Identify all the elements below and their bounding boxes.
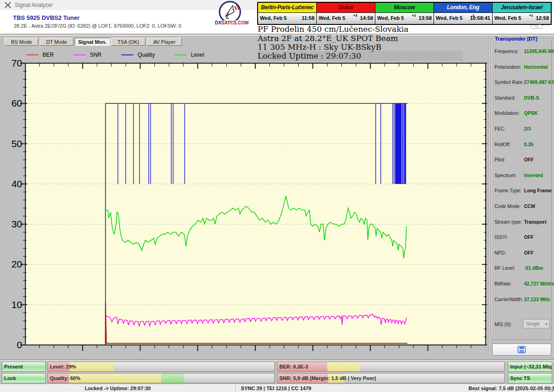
- transponder-label: Spectrum:: [494, 172, 517, 178]
- meter-label: SNR: 5,9 dB (Margin: 1,5 dB | Very Poor): [279, 375, 376, 381]
- level-legend-label: Level: [191, 52, 204, 58]
- y-axis-label-10: 10: [4, 299, 22, 310]
- world-clock-bar: Berlin-Paris-LučenecWed, Feb 511:58Dubai…: [257, 2, 552, 25]
- meter-label: Sync TS: [510, 375, 530, 381]
- antenna-info: PF Prodelin 450 cm/Lučenec-Slovakia: [258, 24, 409, 34]
- transponder-value: OFF: [524, 157, 534, 162]
- clock-date: Wed, Feb 5: [377, 15, 404, 21]
- transponder-value: Long Frame: [524, 188, 552, 193]
- clock-time: 12:58: [536, 15, 549, 21]
- snr-meter: SNR: 5,9 dB (Margin: 1,5 dB | Very Poor): [277, 373, 505, 383]
- transponder-row-fec: FEC:2/3: [494, 126, 550, 132]
- tab-tsa[interactable]: TSA (OK): [111, 38, 145, 46]
- meter-label: Lock: [4, 375, 16, 381]
- transponder-label: Pilot:: [494, 157, 505, 162]
- transponder-row-symbol-rate: Symbol Rate:27499,487 KS/s: [494, 79, 550, 86]
- app-icon: [5, 2, 11, 8]
- transponder-label: RollOff:: [494, 142, 511, 147]
- chart-legend: BERSNRQualityLevel: [26, 51, 224, 58]
- transponder-row-modulation: Modulation:QPSK: [494, 110, 550, 117]
- clock-date: Wed, Feb 5: [436, 15, 463, 21]
- save-button[interactable]: [492, 344, 551, 356]
- clock-utc-offset: +2: [412, 13, 416, 18]
- clock-jerusalem-israel: Jerusalem-IsraelWed, Feb 5+112:58: [492, 3, 551, 24]
- status-bar: Locked -> Uptime: 29:07:30 SYNC 29 | TEI…: [0, 384, 554, 392]
- transponder-label: BitRate:: [494, 281, 512, 286]
- frequency-info: 11 305 MHz-H : Sky UK-BSkyB: [258, 42, 381, 52]
- status-best-signal: Best signal: 7,5 dB (2025-02-05 00:36): [469, 386, 554, 391]
- clock-utc-offset: +1: [529, 13, 533, 18]
- transponder-label: Stream type:: [494, 219, 522, 225]
- transponder-row-spectrum: Spectrum:Inverted: [494, 172, 550, 179]
- save-icon: [518, 346, 526, 353]
- transponder-value: DVB-S: [524, 95, 539, 101]
- quality-legend-swatch: [121, 54, 133, 55]
- transponder-row-frequency: Frequency:11305,945 MHz: [494, 48, 550, 55]
- clock-berlin-paris-lu-enec: Berlin-Paris-LučenecWed, Feb 511:58: [258, 3, 316, 24]
- meter-label: Input (~32,31 Mbps): [510, 364, 552, 369]
- ber-legend-label: BER: [42, 52, 54, 58]
- transponder-row-frame-type: Frame Type:Long Frame: [494, 188, 550, 194]
- clock-time-row: Wed, Feb 5-110:58:41: [434, 13, 492, 24]
- ber-legend-swatch: [26, 54, 38, 55]
- tab-dt-mode[interactable]: DT Mode: [40, 38, 73, 46]
- transponder-row-stream-type: Stream type:Transport: [494, 219, 550, 226]
- clock-dubai: DubaiWed, Feb 5+314:58: [316, 3, 375, 24]
- signature-mark: [529, 22, 545, 31]
- resize-grip[interactable]: [548, 386, 553, 392]
- mis-dropdown[interactable]: Single ▾: [523, 319, 550, 328]
- transponder-label: RF Level:: [494, 265, 515, 271]
- input-meter: Input (~32,31 Mbps): [508, 362, 552, 372]
- transponder-value: Inverted: [524, 172, 543, 178]
- meter-label: BER: 6,3E-3: [279, 364, 308, 369]
- transponder-label: Modulation:: [494, 110, 519, 116]
- status-divider: [235, 385, 236, 392]
- clock-time: 11:58: [301, 15, 314, 21]
- transponder-value: 27499,487 KS/s: [524, 79, 554, 85]
- transponder-value: QPSK: [524, 110, 538, 116]
- tab-av-player[interactable]: AV Player: [147, 38, 182, 46]
- transponder-label: Frame Type:: [494, 188, 522, 193]
- transponder-label: CarrierWidth:: [494, 297, 523, 302]
- y-axis-label-40: 40: [4, 178, 22, 190]
- transponder-value: 2/3: [524, 126, 531, 131]
- transponder-value: CCM: [524, 203, 535, 209]
- transponder-title: Transponder [DT]: [494, 36, 539, 42]
- clock-time: 10:58:41: [470, 15, 490, 21]
- tab-signal-mon[interactable]: Signal Mon.: [75, 38, 110, 46]
- y-axis-label-0: 0: [4, 339, 22, 350]
- present-meter: Present: [2, 362, 46, 372]
- transponder-label: Frequency:: [494, 48, 519, 54]
- transponder-label: Polarization:: [494, 64, 521, 70]
- dxsatcs-logo: DXSATCS.COM: [211, 1, 253, 28]
- transponder-value: 37,123 MHz: [524, 297, 550, 302]
- lock-meter: Lock: [2, 373, 46, 383]
- status-lock-uptime: Locked -> Uptime: 29:07:30: [85, 386, 151, 391]
- clock-time-row: Wed, Feb 511:58: [258, 13, 316, 24]
- clock-time-row: Wed, Feb 5+213:58: [375, 13, 434, 24]
- clock-date: Wed, Feb 5: [494, 15, 521, 21]
- transponder-value: 0.35: [524, 142, 533, 147]
- tab-bs-mode[interactable]: BS Mode: [5, 38, 38, 46]
- clock-utc-offset: +3: [353, 13, 357, 18]
- level-legend-swatch: [175, 54, 187, 55]
- meter-label: Quality: 60%: [50, 375, 80, 381]
- tuner-subtitle: 28.2E - Astra 2E/2F/2G (ID: 0282) @ LOF1…: [14, 23, 181, 29]
- satellite-info: Astra 2F at 28.2°E_UK SPOT Beam: [258, 34, 398, 43]
- snr-legend-label: SNR: [90, 52, 102, 58]
- clock-date: Wed, Feb 5: [319, 15, 345, 21]
- quality-legend-label: Quality: [138, 52, 155, 58]
- transponder-label: FEC:: [494, 126, 506, 131]
- transponder-value: OFF: [524, 250, 534, 255]
- quality-meter: Quality: 60%: [48, 373, 275, 383]
- transponder-value: 11305,945 MHz: [524, 48, 554, 54]
- clock-city: Moscow: [375, 3, 434, 13]
- y-axis-label-70: 70: [4, 58, 22, 69]
- transponder-row-rf-level: RF Level:-51 dBm: [494, 265, 550, 272]
- transponder-label: ISSYI: [494, 234, 507, 240]
- clock-moscow: MoscowWed, Feb 5+213:58: [375, 3, 434, 24]
- clock-date: Wed, Feb 5: [260, 15, 287, 21]
- y-axis-label-30: 30: [4, 219, 22, 230]
- satellite-dish-icon: [219, 1, 241, 23]
- clock-london-eng: London, EngWed, Feb 5-110:58:41: [434, 3, 492, 24]
